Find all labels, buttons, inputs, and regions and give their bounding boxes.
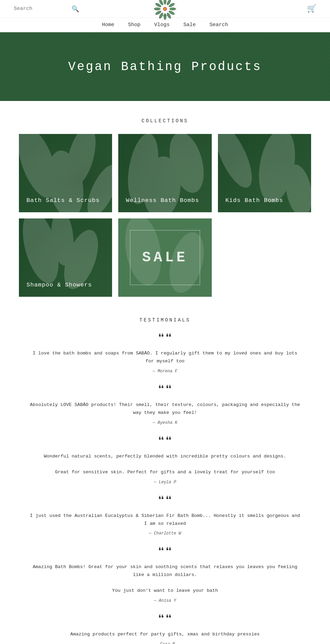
nav-item-sale[interactable]: Sale bbox=[184, 22, 196, 28]
testimonial-6: ❝❝ Amazing products perfect for party gi… bbox=[28, 614, 302, 644]
nav-item-home[interactable]: Home bbox=[102, 22, 114, 28]
quote-mark-5: ❝❝ bbox=[28, 547, 302, 559]
testimonial-3: ❝❝ Wonderful natural scents, perfectly b… bbox=[28, 436, 302, 485]
site-logo[interactable]: Sabāo bbox=[153, 0, 177, 21]
hero-banner: Vegan Bathing Products bbox=[0, 32, 330, 101]
testimonial-text-1: I love the bath bombs and soaps from SAB… bbox=[28, 350, 302, 365]
collection-label-wellness: Wellness Bath Bombs bbox=[126, 196, 199, 205]
collection-shampoo[interactable]: Shampoo & Showers bbox=[19, 218, 112, 297]
svg-point-30 bbox=[164, 228, 210, 296]
collections-row-1: Bath Salts & Scrubs Wellness Bath Bombs bbox=[0, 134, 330, 212]
testimonials-section: TESTIMONIALS ❝❝ I love the bath bombs an… bbox=[0, 317, 330, 644]
nav-item-shop[interactable]: Shop bbox=[128, 22, 140, 28]
collections-row-2: Shampoo & Showers SALE bbox=[0, 218, 330, 297]
collection-sale[interactable]: SALE bbox=[118, 218, 211, 297]
svg-point-14 bbox=[164, 8, 166, 10]
svg-point-10 bbox=[154, 7, 161, 10]
collection-label-shampoo: Shampoo & Showers bbox=[26, 281, 92, 289]
collection-bath-salts[interactable]: Bath Salts & Scrubs bbox=[19, 134, 112, 212]
collections-title: COLLECTIONS bbox=[0, 118, 330, 124]
testimonial-2: ❝❝ Absolutely LOVE SABĀO products! Their… bbox=[28, 385, 302, 425]
testimonial-author-6: — Cara R bbox=[28, 642, 302, 644]
svg-point-23 bbox=[218, 134, 259, 193]
testimonial-text-2: Absolutely LOVE SABĀO products! Their sm… bbox=[28, 401, 302, 417]
testimonial-author-1: — Morena F bbox=[28, 369, 302, 374]
hero-title: Vegan Bathing Products bbox=[68, 60, 262, 74]
search-icon[interactable]: 🔍 bbox=[72, 5, 79, 13]
testimonials-title: TESTIMONIALS bbox=[28, 317, 302, 323]
testimonial-author-3: — Leyla P bbox=[28, 480, 302, 485]
testimonial-4: ❝❝ I just used the Australian Eucalyptus… bbox=[28, 496, 302, 536]
testimonial-author-2: — Ayesha K bbox=[28, 420, 302, 425]
header: 🔍 Sabāo bbox=[0, 0, 330, 18]
quote-mark-4: ❝❝ bbox=[28, 496, 302, 508]
testimonial-1: ❝❝ I love the bath bombs and soaps from … bbox=[28, 333, 302, 374]
testimonial-text-4: I just used the Australian Eucalyptus & … bbox=[28, 512, 302, 528]
svg-point-4 bbox=[169, 7, 176, 10]
collections-section: COLLECTIONS Bath Salts & Scrubs bbox=[0, 118, 330, 297]
testimonial-text-3: Wonderful natural scents, perfectly blen… bbox=[28, 453, 302, 476]
quote-mark-6: ❝❝ bbox=[28, 614, 302, 626]
search-input[interactable] bbox=[14, 6, 69, 12]
collections-empty-slot bbox=[218, 218, 311, 297]
nav-item-vlogs[interactable]: Vlogs bbox=[154, 22, 169, 28]
testimonial-text-5: Amazing Bath Bombs! Great for your skin … bbox=[28, 563, 302, 595]
collection-kids-bombs[interactable]: Kids Bath Bombs bbox=[218, 134, 311, 212]
header-search-area: 🔍 bbox=[14, 5, 165, 13]
cart-icon[interactable]: 🛒 bbox=[307, 4, 316, 13]
svg-text:Sabāo: Sabāo bbox=[162, 14, 168, 16]
svg-point-29 bbox=[120, 218, 166, 288]
quote-mark-3: ❝❝ bbox=[28, 436, 302, 449]
quote-mark-1: ❝❝ bbox=[28, 333, 302, 346]
collection-label-kids: Kids Bath Bombs bbox=[226, 196, 283, 205]
testimonial-5: ❝❝ Amazing Bath Bombs! Great for your sk… bbox=[28, 547, 302, 603]
quote-mark-2: ❝❝ bbox=[28, 385, 302, 397]
testimonial-author-5: — Anisa Y bbox=[28, 598, 302, 603]
svg-point-1 bbox=[164, 0, 166, 4]
testimonial-text-6: Amazing products perfect for party gifts… bbox=[28, 631, 302, 639]
collection-wellness-bombs[interactable]: Wellness Bath Bombs bbox=[118, 134, 211, 212]
testimonial-author-4: — Charlotte W bbox=[28, 531, 302, 536]
header-right: 🛒 bbox=[165, 4, 316, 13]
nav-item-search[interactable]: Search bbox=[210, 22, 228, 28]
collection-label-bath-salts: Bath Salts & Scrubs bbox=[26, 196, 100, 205]
